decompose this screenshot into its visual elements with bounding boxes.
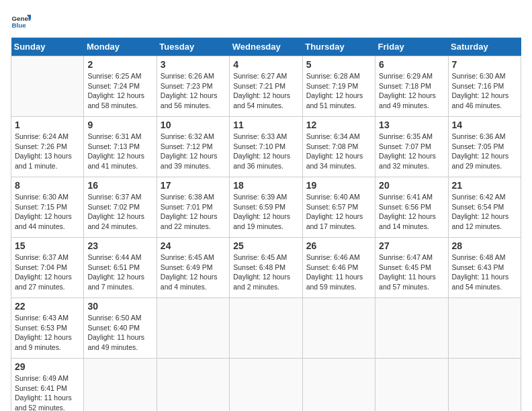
calendar-cell: 24Sunrise: 6:45 AM Sunset: 6:49 PM Dayli… — [157, 238, 229, 298]
day-info: Sunrise: 6:38 AM Sunset: 7:01 PM Dayligh… — [161, 192, 226, 232]
calendar-table: SundayMondayTuesdayWednesdayThursdayFrid… — [11, 38, 521, 411]
calendar-cell: 10Sunrise: 6:32 AM Sunset: 7:12 PM Dayli… — [157, 117, 229, 177]
day-number: 7 — [452, 59, 517, 70]
calendar-cell — [84, 359, 157, 412]
calendar-week-row: 2Sunrise: 6:25 AM Sunset: 7:24 PM Daylig… — [11, 56, 521, 117]
calendar-cell — [230, 298, 302, 359]
calendar-cell: 26Sunrise: 6:46 AM Sunset: 6:46 PM Dayli… — [302, 238, 375, 298]
day-of-week-header: Sunday — [11, 38, 84, 56]
day-number: 9 — [87, 120, 152, 130]
calendar-week-row: 8Sunrise: 6:30 AM Sunset: 7:15 PM Daylig… — [11, 177, 521, 238]
day-number: 22 — [15, 301, 80, 312]
calendar-cell: 18Sunrise: 6:39 AM Sunset: 6:59 PM Dayli… — [230, 177, 302, 238]
day-number: 20 — [379, 180, 444, 191]
calendar-cell: 28Sunrise: 6:48 AM Sunset: 6:43 PM Dayli… — [448, 238, 521, 298]
day-number: 4 — [233, 59, 298, 70]
calendar-cell: 5Sunrise: 6:28 AM Sunset: 7:19 PM Daylig… — [302, 56, 375, 117]
day-number: 30 — [87, 301, 152, 312]
day-info: Sunrise: 6:48 AM Sunset: 6:43 PM Dayligh… — [452, 253, 517, 292]
day-number: 5 — [306, 59, 371, 70]
calendar-cell: 30Sunrise: 6:50 AM Sunset: 6:40 PM Dayli… — [84, 298, 157, 359]
calendar-header-row: SundayMondayTuesdayWednesdayThursdayFrid… — [11, 38, 521, 56]
calendar-cell: 7Sunrise: 6:30 AM Sunset: 7:16 PM Daylig… — [448, 56, 521, 117]
day-info: Sunrise: 6:27 AM Sunset: 7:21 PM Dayligh… — [233, 71, 298, 111]
day-number: 18 — [233, 180, 298, 191]
day-number: 28 — [452, 240, 517, 251]
day-number: 21 — [452, 180, 517, 191]
svg-text:Blue: Blue — [12, 21, 27, 29]
calendar-cell: 4Sunrise: 6:27 AM Sunset: 7:21 PM Daylig… — [230, 56, 302, 117]
day-info: Sunrise: 6:29 AM Sunset: 7:18 PM Dayligh… — [379, 71, 444, 111]
calendar-cell — [11, 56, 84, 117]
day-info: Sunrise: 6:33 AM Sunset: 7:10 PM Dayligh… — [233, 132, 298, 171]
day-info: Sunrise: 6:32 AM Sunset: 7:12 PM Dayligh… — [161, 132, 226, 171]
calendar-cell: 12Sunrise: 6:34 AM Sunset: 7:08 PM Dayli… — [302, 117, 375, 177]
day-info: Sunrise: 6:43 AM Sunset: 6:53 PM Dayligh… — [15, 313, 80, 353]
day-number: 16 — [87, 180, 152, 191]
day-number: 12 — [306, 120, 371, 130]
calendar-cell — [375, 359, 448, 412]
calendar-cell: 19Sunrise: 6:40 AM Sunset: 6:57 PM Dayli… — [302, 177, 375, 238]
day-info: Sunrise: 6:45 AM Sunset: 6:49 PM Dayligh… — [161, 253, 226, 292]
calendar-cell: 20Sunrise: 6:41 AM Sunset: 6:56 PM Dayli… — [375, 177, 448, 238]
day-info: Sunrise: 6:47 AM Sunset: 6:45 PM Dayligh… — [379, 253, 444, 292]
calendar-cell — [448, 359, 521, 412]
day-info: Sunrise: 6:25 AM Sunset: 7:24 PM Dayligh… — [87, 71, 152, 111]
calendar-cell: 6Sunrise: 6:29 AM Sunset: 7:18 PM Daylig… — [375, 56, 448, 117]
calendar-cell: 16Sunrise: 6:37 AM Sunset: 7:02 PM Dayli… — [84, 177, 157, 238]
calendar-cell — [157, 298, 229, 359]
day-info: Sunrise: 6:40 AM Sunset: 6:57 PM Dayligh… — [306, 192, 371, 232]
day-info: Sunrise: 6:37 AM Sunset: 7:02 PM Dayligh… — [87, 192, 152, 232]
day-of-week-header: Saturday — [448, 38, 521, 56]
calendar-week-row: 1Sunrise: 6:24 AM Sunset: 7:26 PM Daylig… — [11, 117, 521, 177]
calendar-cell: 15Sunrise: 6:37 AM Sunset: 7:04 PM Dayli… — [11, 238, 84, 298]
calendar-cell: 3Sunrise: 6:26 AM Sunset: 7:23 PM Daylig… — [157, 56, 229, 117]
day-info: Sunrise: 6:34 AM Sunset: 7:08 PM Dayligh… — [306, 132, 371, 171]
calendar-cell: 8Sunrise: 6:30 AM Sunset: 7:15 PM Daylig… — [11, 177, 84, 238]
day-info: Sunrise: 6:30 AM Sunset: 7:15 PM Dayligh… — [15, 192, 80, 232]
day-number: 2 — [87, 59, 152, 70]
day-info: Sunrise: 6:35 AM Sunset: 7:07 PM Dayligh… — [379, 132, 444, 171]
calendar-cell — [302, 298, 375, 359]
calendar-cell — [230, 359, 302, 412]
calendar-week-row: 22Sunrise: 6:43 AM Sunset: 6:53 PM Dayli… — [11, 298, 521, 359]
calendar-cell: 17Sunrise: 6:38 AM Sunset: 7:01 PM Dayli… — [157, 177, 229, 238]
day-info: Sunrise: 6:37 AM Sunset: 7:04 PM Dayligh… — [15, 253, 80, 292]
calendar-cell: 29Sunrise: 6:49 AM Sunset: 6:41 PM Dayli… — [11, 359, 84, 412]
day-number: 11 — [233, 120, 298, 130]
calendar-cell: 14Sunrise: 6:36 AM Sunset: 7:05 PM Dayli… — [448, 117, 521, 177]
day-number: 26 — [306, 240, 371, 251]
day-info: Sunrise: 6:41 AM Sunset: 6:56 PM Dayligh… — [379, 192, 444, 232]
day-number: 25 — [233, 240, 298, 251]
day-info: Sunrise: 6:44 AM Sunset: 6:51 PM Dayligh… — [87, 253, 152, 292]
day-number: 27 — [379, 240, 444, 251]
calendar-cell: 21Sunrise: 6:42 AM Sunset: 6:54 PM Dayli… — [448, 177, 521, 238]
calendar-cell: 23Sunrise: 6:44 AM Sunset: 6:51 PM Dayli… — [84, 238, 157, 298]
page-header: General Blue — [11, 11, 521, 31]
day-info: Sunrise: 6:45 AM Sunset: 6:48 PM Dayligh… — [233, 253, 298, 292]
day-number: 15 — [15, 240, 80, 251]
day-info: Sunrise: 6:50 AM Sunset: 6:40 PM Dayligh… — [87, 313, 152, 353]
calendar-cell: 22Sunrise: 6:43 AM Sunset: 6:53 PM Dayli… — [11, 298, 84, 359]
calendar-cell: 13Sunrise: 6:35 AM Sunset: 7:07 PM Dayli… — [375, 117, 448, 177]
day-info: Sunrise: 6:46 AM Sunset: 6:46 PM Dayligh… — [306, 253, 371, 292]
calendar-week-row: 29Sunrise: 6:49 AM Sunset: 6:41 PM Dayli… — [11, 359, 521, 412]
day-info: Sunrise: 6:49 AM Sunset: 6:41 PM Dayligh… — [15, 373, 80, 411]
day-info: Sunrise: 6:39 AM Sunset: 6:59 PM Dayligh… — [233, 192, 298, 232]
day-info: Sunrise: 6:42 AM Sunset: 6:54 PM Dayligh… — [452, 192, 517, 232]
calendar-cell — [375, 298, 448, 359]
calendar-cell: 1Sunrise: 6:24 AM Sunset: 7:26 PM Daylig… — [11, 117, 84, 177]
calendar-cell: 11Sunrise: 6:33 AM Sunset: 7:10 PM Dayli… — [230, 117, 302, 177]
day-info: Sunrise: 6:31 AM Sunset: 7:13 PM Dayligh… — [87, 132, 152, 171]
day-number: 23 — [87, 240, 152, 251]
day-number: 17 — [161, 180, 226, 191]
day-info: Sunrise: 6:30 AM Sunset: 7:16 PM Dayligh… — [452, 71, 517, 111]
day-info: Sunrise: 6:28 AM Sunset: 7:19 PM Dayligh… — [306, 71, 371, 111]
day-number: 24 — [161, 240, 226, 251]
calendar-week-row: 15Sunrise: 6:37 AM Sunset: 7:04 PM Dayli… — [11, 238, 521, 298]
day-number: 1 — [15, 120, 80, 130]
day-number: 14 — [452, 120, 517, 130]
day-number: 19 — [306, 180, 371, 191]
day-number: 8 — [15, 180, 80, 191]
calendar-cell — [157, 359, 229, 412]
